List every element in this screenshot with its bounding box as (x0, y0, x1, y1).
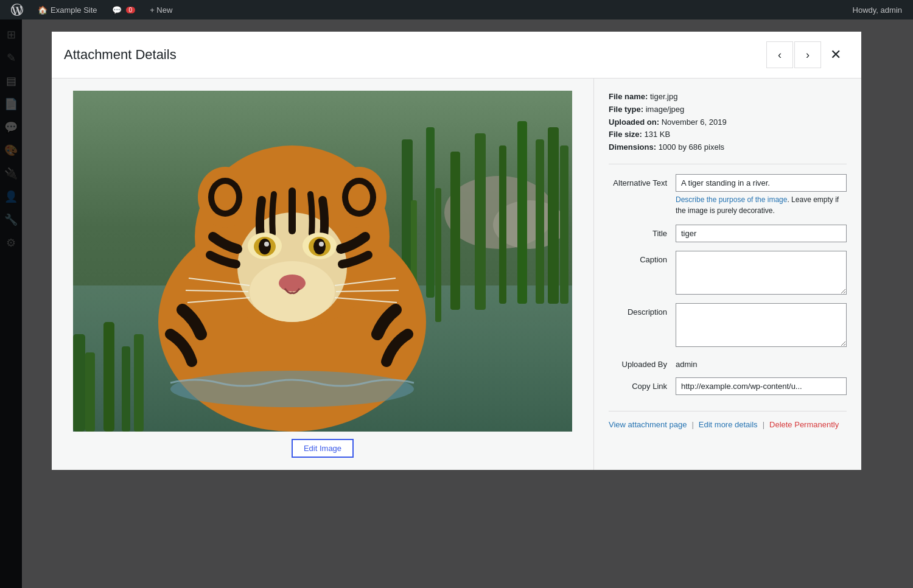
image-section: Edit Image (52, 79, 593, 470)
close-button[interactable]: ✕ (822, 41, 849, 68)
site-name: Example Site (51, 5, 97, 15)
title-label: Title (609, 225, 676, 238)
copy-link-control-wrap (676, 377, 847, 395)
tiger-image-svg (73, 91, 572, 432)
svg-point-26 (319, 242, 324, 247)
attachment-image-container (73, 91, 572, 432)
svg-rect-43 (103, 322, 114, 432)
user-greeting: Howdy, admin (847, 5, 908, 15)
svg-rect-5 (426, 127, 435, 298)
uploaded-on-value: November 6, 2019 (662, 117, 727, 127)
edit-image-button[interactable]: Edit Image (292, 439, 354, 458)
svg-rect-14 (435, 188, 441, 322)
svg-rect-41 (73, 334, 85, 432)
comments-item[interactable]: 💬 0 (106, 0, 142, 19)
svg-point-25 (264, 242, 269, 247)
file-size-label: File size: (609, 130, 642, 139)
separator-2: | (763, 420, 764, 429)
svg-point-30 (214, 184, 236, 211)
modal-body: Edit Image File name: tiger.jpg File typ… (52, 79, 861, 470)
dimensions-value: 1000 by 686 pixels (659, 142, 724, 152)
file-name-row: File name: tiger.jpg (609, 91, 847, 103)
file-type-row: File type: image/jpeg (609, 103, 847, 116)
modal-overlay: Attachment Details ‹ › ✕ (0, 19, 913, 588)
description-label: Description (609, 303, 676, 317)
svg-rect-45 (134, 334, 144, 432)
alt-text-control-wrap: Describe the purpose of the image. Leave… (676, 174, 847, 216)
alt-text-field: Alternative Text Describe the purpose of… (609, 174, 847, 216)
svg-rect-11 (548, 127, 559, 304)
comment-icon: 💬 (112, 5, 122, 15)
dimensions-row: Dimensions: 1000 by 686 pixels (609, 141, 847, 154)
alt-text-input[interactable] (676, 174, 847, 192)
modal-title: Attachment Details (64, 47, 177, 63)
alt-text-label: Alternative Text (609, 174, 676, 187)
alt-text-hint-link[interactable]: Describe the purpose of the image (676, 195, 787, 204)
uploaded-by-field: Uploaded By admin (609, 355, 847, 369)
svg-rect-7 (475, 133, 486, 310)
file-name-value: tiger.jpg (650, 92, 678, 101)
edit-image-wrapper: Edit Image (292, 439, 354, 458)
svg-rect-9 (517, 121, 527, 304)
copy-link-field: Copy Link (609, 377, 847, 395)
caption-textarea[interactable] (676, 251, 847, 295)
svg-rect-6 (450, 152, 460, 310)
file-type-value: image/jpeg (646, 105, 685, 114)
prev-button[interactable]: ‹ (766, 41, 793, 68)
attachment-details-modal: Attachment Details ‹ › ✕ (52, 32, 861, 470)
edit-more-details-link[interactable]: Edit more details (699, 420, 758, 429)
svg-point-23 (259, 239, 271, 254)
modal-header: Attachment Details ‹ › ✕ (52, 32, 861, 79)
description-control-wrap (676, 303, 847, 347)
alt-text-hint: Describe the purpose of the image. Leave… (676, 194, 847, 216)
svg-point-33 (348, 184, 370, 211)
uploaded-by-value: admin (676, 355, 847, 369)
wp-logo-item[interactable] (5, 0, 29, 19)
delete-permanently-link[interactable]: Delete Permanently (769, 420, 839, 429)
action-links: View attachment page | Edit more details… (609, 411, 847, 429)
new-item[interactable]: + New (144, 0, 178, 19)
uploaded-on-row: Uploaded on: November 6, 2019 (609, 116, 847, 129)
details-section: File name: tiger.jpg File type: image/jp… (593, 79, 861, 470)
svg-point-24 (313, 239, 326, 254)
svg-rect-10 (536, 139, 544, 304)
title-field: Title (609, 225, 847, 242)
caption-control-wrap (676, 251, 847, 295)
home-icon: 🏠 (38, 5, 47, 15)
file-size-row: File size: 131 KB (609, 128, 847, 141)
modal-navigation: ‹ › ✕ (766, 41, 849, 68)
svg-rect-8 (499, 145, 506, 304)
svg-rect-12 (560, 145, 568, 304)
site-name-item[interactable]: 🏠 Example Site (32, 0, 103, 19)
copy-link-label: Copy Link (609, 377, 676, 391)
svg-rect-44 (122, 346, 130, 432)
uploaded-on-label: Uploaded on: (609, 117, 659, 127)
next-button[interactable]: › (794, 41, 821, 68)
file-info: File name: tiger.jpg File type: image/jp… (609, 91, 847, 164)
chevron-right-icon: › (806, 49, 810, 61)
copy-link-input[interactable] (676, 377, 847, 395)
separator-1: | (691, 420, 693, 429)
new-label: + New (150, 5, 172, 15)
description-field: Description (609, 303, 847, 347)
description-textarea[interactable] (676, 303, 847, 347)
close-icon: ✕ (830, 47, 841, 63)
uploaded-by-label: Uploaded By (609, 355, 676, 369)
file-name-label: File name: (609, 92, 648, 101)
uploaded-by-value-wrap: admin (676, 355, 847, 369)
dimensions-label: Dimensions: (609, 142, 656, 152)
title-input[interactable] (676, 225, 847, 242)
view-attachment-link[interactable]: View attachment page (609, 420, 687, 429)
svg-point-40 (170, 371, 414, 407)
caption-label: Caption (609, 251, 676, 264)
file-type-label: File type: (609, 105, 643, 114)
admin-bar: 🏠 Example Site 💬 0 + New Howdy, admin (0, 0, 913, 19)
caption-field: Caption (609, 251, 847, 295)
file-size-value: 131 KB (645, 130, 671, 139)
chevron-left-icon: ‹ (778, 49, 782, 61)
svg-point-27 (279, 275, 306, 292)
svg-rect-42 (85, 352, 95, 432)
title-control-wrap (676, 225, 847, 242)
comment-count: 0 (126, 7, 136, 13)
